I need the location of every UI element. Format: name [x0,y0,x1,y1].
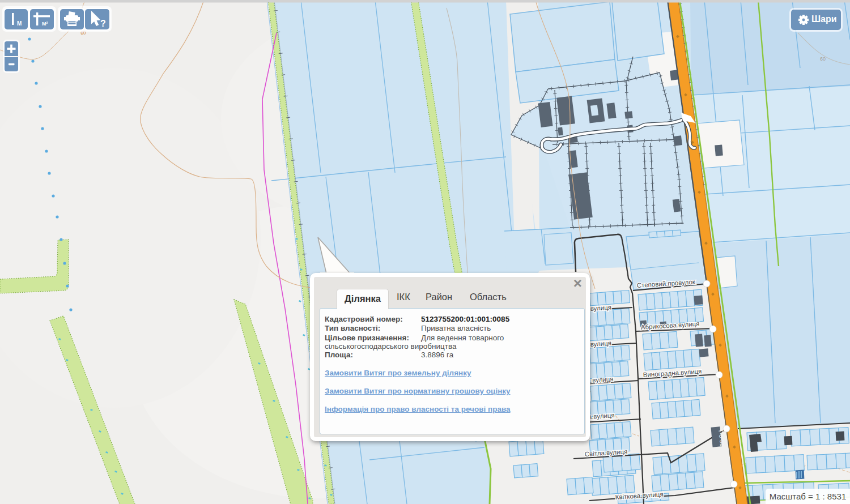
svg-text:M: M [17,20,22,27]
svg-text:вулиця: вулиця [590,304,611,312]
svg-text:?: ? [100,19,106,28]
svg-text:вулиця: вулиця [590,340,611,348]
svg-text:60: 60 [820,56,826,62]
svg-text:M²: M² [42,21,48,27]
